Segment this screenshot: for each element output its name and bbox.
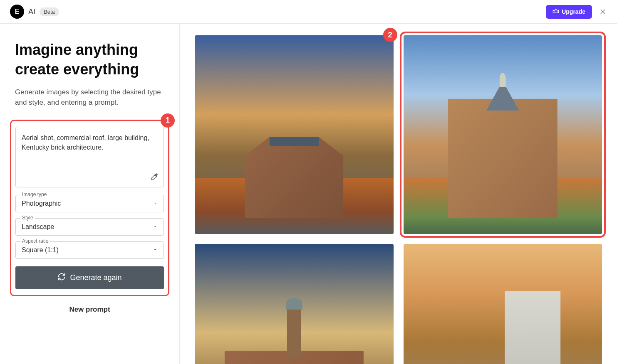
left-panel: Imagine anything create everything Gener… [0, 24, 180, 364]
magic-wand-icon[interactable] [150, 173, 159, 183]
refresh-icon [57, 273, 66, 283]
image-type-label: Image type [20, 192, 48, 197]
main-content: Imagine anything create everything Gener… [0, 24, 617, 364]
header-right: Upgrade [546, 5, 607, 19]
generated-image [195, 244, 394, 364]
form-highlight-area: 1 Aerial shot, commercial roof, large bu… [10, 120, 169, 296]
generated-image [404, 244, 602, 364]
generate-again-button[interactable]: Generate again [15, 266, 164, 289]
logo-text: E [15, 8, 20, 15]
image-type-select[interactable]: Photographic [15, 195, 164, 212]
style-select[interactable]: Landscape [15, 218, 164, 236]
ai-label: AI [28, 7, 35, 16]
app-header: E AI Beta Upgrade [0, 0, 617, 24]
new-prompt-button[interactable]: New prompt [15, 305, 164, 314]
generated-image [195, 35, 394, 234]
style-label: Style [20, 215, 35, 221]
chevron-down-icon [153, 223, 158, 231]
result-image-4[interactable] [404, 244, 602, 364]
beta-badge: Beta [40, 7, 59, 16]
generated-image [404, 35, 602, 234]
result-image-1[interactable] [195, 35, 394, 234]
prompt-text: Aerial shot, commercial roof, large buil… [22, 133, 158, 152]
upgrade-label: Upgrade [562, 8, 585, 15]
results-panel: 2 [180, 24, 617, 364]
aspect-ratio-label: Aspect ratio [20, 238, 50, 244]
image-type-field: Image type Photographic [15, 195, 164, 212]
annotation-badge-2: 2 [383, 28, 397, 42]
page-title: Imagine anything create everything [15, 40, 164, 79]
image-type-value: Photographic [22, 200, 61, 207]
aspect-ratio-field: Aspect ratio Square (1:1) [15, 241, 164, 259]
result-image-3[interactable] [195, 244, 394, 364]
style-value: Landscape [22, 223, 54, 231]
generate-label: Generate again [70, 273, 121, 282]
results-grid: 2 [195, 35, 602, 364]
upgrade-button[interactable]: Upgrade [546, 5, 592, 19]
aspect-ratio-value: Square (1:1) [22, 246, 59, 254]
aspect-ratio-select[interactable]: Square (1:1) [15, 241, 164, 259]
annotation-badge-1: 1 [161, 113, 175, 128]
close-icon[interactable] [599, 7, 607, 16]
result-image-2[interactable] [404, 35, 602, 234]
chevron-down-icon [153, 200, 158, 207]
header-left: E AI Beta [10, 5, 59, 19]
app-logo: E [10, 5, 24, 19]
prompt-input[interactable]: Aerial shot, commercial roof, large buil… [15, 127, 164, 187]
style-field: Style Landscape [15, 218, 164, 236]
chevron-down-icon [153, 246, 158, 254]
crown-icon [553, 8, 559, 16]
page-subtitle: Generate images by selecting the desired… [15, 87, 164, 108]
